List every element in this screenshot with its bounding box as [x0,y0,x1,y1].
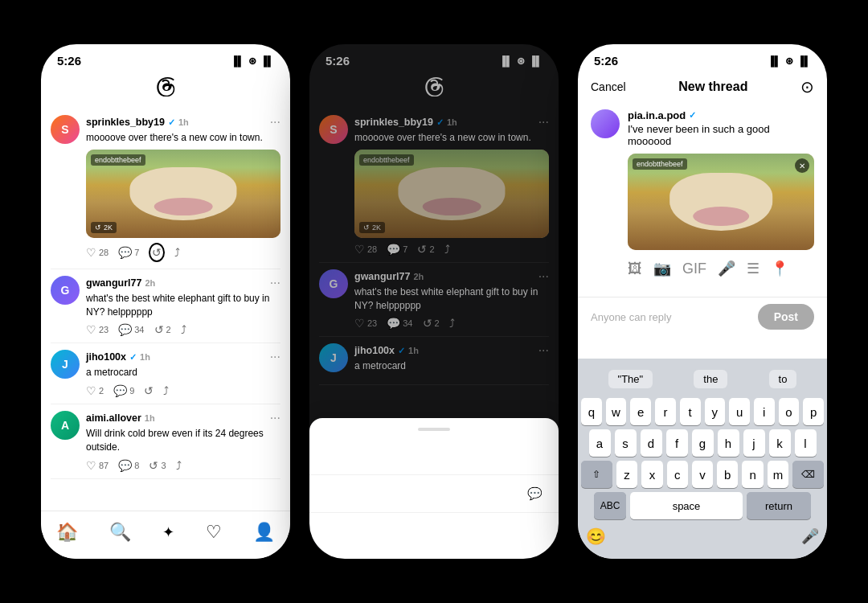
nav-search[interactable]: 🔍 [109,522,131,543]
key-u[interactable]: u [729,398,750,425]
key-k[interactable]: k [769,429,791,457]
repost-icon-2: ↺ [154,323,164,336]
key-e[interactable]: e [630,398,651,425]
comment-btn-1[interactable]: 💬 7 [118,246,139,259]
key-z[interactable]: z [616,461,637,488]
repost-btn-2[interactable]: ↺ 2 [154,323,171,336]
list-toolbar-icon[interactable]: ☰ [747,260,760,277]
mic-toolbar-icon[interactable]: 🎤 [718,260,735,277]
compose-footer: Anyone can reply Post [578,297,827,336]
post-3: J jiho100x ✓ 1h ··· a metrocard ♡ 2 [51,343,280,404]
post-button[interactable]: Post [758,304,814,330]
nav-home[interactable]: 🏠 [56,522,78,543]
compose-username: pia.in.a.pod ✓ [628,109,814,121]
emoji-button[interactable]: 😊 [586,527,606,546]
key-r[interactable]: r [655,398,676,425]
repost-btn-3[interactable]: ↺ [144,384,154,397]
comment-btn-3[interactable]: 💬 9 [113,384,134,397]
author-gwang: gwangurl77 2h [86,277,155,289]
compose-text[interactable]: I've never been in such a good moooood [628,123,814,147]
camera-toolbar-icon[interactable]: 📷 [653,260,671,277]
use-media-menu-item[interactable]: Use media 🖼 [309,513,559,549]
more-button-3[interactable]: ··· [270,350,280,364]
feed-light: S sprinkles_bby19 ✓ 1h ··· moooove over … [41,109,290,479]
image-toolbar-icon[interactable]: 🖼 [628,260,642,277]
signal-icon: ▐▌ [231,55,244,67]
key-v[interactable]: v [692,461,713,488]
key-j[interactable]: j [743,429,765,457]
compose-toolbar: 🖼 📷 GIF 🎤 ☰ 📍 [628,253,814,284]
key-i[interactable]: i [754,398,775,425]
location-toolbar-icon[interactable]: 📍 [771,260,788,277]
remove-image-button[interactable]: ✕ [795,158,809,173]
key-a[interactable]: a [589,429,611,457]
avatar-gwang: G [51,276,80,305]
nav-profile[interactable]: 👤 [253,522,275,543]
key-n[interactable]: n [742,461,763,488]
key-o[interactable]: o [779,398,800,425]
abc-key[interactable]: ABC [594,492,626,519]
like-btn-1[interactable]: ♡ 28 [86,246,108,259]
dictation-button[interactable]: 🎤 [801,527,819,545]
compose-user-row: pia.in.a.pod ✓ I've never been in such a… [591,109,814,284]
like-btn-4[interactable]: ♡ 87 [86,459,108,472]
heart-icon-2: ♡ [86,323,96,336]
more-button-2[interactable]: ··· [270,276,280,290]
more-button-1[interactable]: ··· [270,115,280,129]
key-f[interactable]: f [666,429,688,457]
status-bar-compose: 5:26 ▐▌ ⊛ ▐▌ [578,44,827,71]
more-button-4[interactable]: ··· [270,411,280,425]
key-q[interactable]: q [581,398,602,425]
share-btn-4[interactable]: ⤴ [176,459,182,472]
key-m[interactable]: m [768,461,788,488]
key-y[interactable]: y [705,398,726,425]
more-options-button[interactable]: ⊙ [800,77,814,96]
delete-key[interactable]: ⌫ [792,461,824,488]
heart-icon-1: ♡ [86,246,96,259]
post-text-3: a metrocard [86,366,280,379]
repost-icon-3: ↺ [144,384,154,397]
key-row-2: a s d f g h j k l [581,429,824,457]
space-key[interactable]: space [630,492,743,519]
bottom-nav-light: 🏠 🔍 ✦ ♡ 👤 [41,511,290,559]
threads-logo [41,71,290,109]
share-btn-3[interactable]: ⤴ [163,384,169,397]
gif-toolbar-icon[interactable]: GIF [682,260,706,277]
key-t[interactable]: t [680,398,701,425]
like-btn-3[interactable]: ♡ 2 [86,384,104,397]
author-aimi: aimi.allover 1h [86,412,155,424]
shift-key[interactable]: ⇧ [581,461,612,488]
time-compose: 5:26 [594,54,618,68]
repost-btn-4[interactable]: ↺ 3 [149,459,166,472]
repost-menu-item[interactable]: Repost ↺ [309,437,559,475]
key-s[interactable]: s [615,429,637,457]
heart-icon-4: ♡ [86,459,96,472]
suggestion-the-quoted[interactable]: "The" [608,370,653,388]
key-x[interactable]: x [641,461,662,488]
suggestion-to[interactable]: to [769,370,797,388]
key-p[interactable]: p [803,398,824,425]
key-c[interactable]: c [667,461,688,488]
repost-btn-1[interactable]: ↺ [149,243,165,262]
cancel-button[interactable]: Cancel [591,80,626,93]
comment-icon-2: 💬 [118,323,132,336]
return-key[interactable]: return [747,492,811,519]
wifi-icon-compose: ⊛ [785,55,793,67]
keyboard: "The" the to q w e r t y u i o p a s d f… [578,359,827,559]
comment-btn-2[interactable]: 💬 34 [118,323,144,336]
share-btn-1[interactable]: ⤴ [174,246,180,259]
suggestion-the[interactable]: the [694,370,727,388]
post-2: G gwangurl77 2h ··· what's the best whit… [51,269,280,344]
key-b[interactable]: b [717,461,738,488]
key-w[interactable]: w [606,398,627,425]
share-btn-2[interactable]: ⤴ [181,323,186,336]
key-h[interactable]: h [718,429,739,457]
key-l[interactable]: l [795,429,817,457]
key-d[interactable]: d [641,429,662,457]
comment-btn-4[interactable]: 💬 8 [118,459,139,472]
nav-compose[interactable]: ✦ [162,523,174,541]
key-g[interactable]: g [692,429,714,457]
nav-likes[interactable]: ♡ [206,522,222,543]
like-btn-2[interactable]: ♡ 23 [86,323,108,336]
quote-menu-item[interactable]: Quote 💬 [309,475,559,513]
